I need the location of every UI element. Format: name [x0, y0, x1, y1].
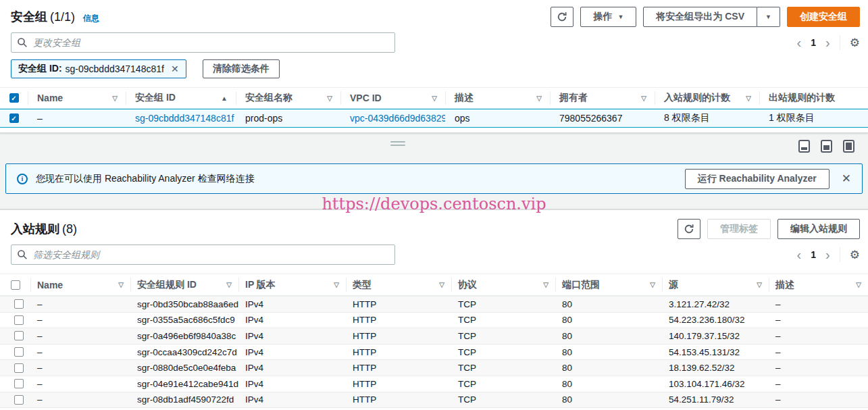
current-page: 1: [811, 249, 816, 260]
create-security-group-button[interactable]: 创建安全组: [787, 7, 860, 27]
remove-filter-icon[interactable]: ✕: [171, 63, 179, 74]
edit-inbound-rules-button[interactable]: 编辑入站规则: [777, 219, 860, 239]
table-row[interactable]: – sgr-08db1adf4590722fd IPv4 HTTP TCP 80…: [0, 392, 868, 408]
inbound-rules-panel: 入站规则 (8) 管理标签 编辑入站规则 ‹ 1 › ⚙ Name▽ 安全组规则: [0, 209, 868, 410]
close-icon[interactable]: ✕: [842, 172, 851, 186]
divider: [840, 247, 840, 262]
panel-heading: 安全组 (1/1) 信息: [11, 9, 99, 25]
column-header-name[interactable]: Name▽: [28, 88, 126, 108]
vpc-id-link[interactable]: vpc-0439d66d9d638293e ...: [350, 113, 445, 124]
checkbox-icon: [14, 347, 24, 357]
sort-icon: ▽: [226, 281, 232, 288]
cell-outbound-count: 1 权限条目: [759, 109, 868, 127]
table-row[interactable]: – sgr-0355a5ac686c5fdc9 IPv4 HTTP TCP 80…: [0, 312, 868, 328]
settings-gear-icon[interactable]: ⚙: [850, 249, 860, 261]
info-icon: i: [17, 174, 28, 184]
cell-rule-id: sgr-08db1adf4590722fd: [130, 392, 238, 408]
column-header-ip-version[interactable]: IP 版本▽: [238, 274, 346, 295]
table-row[interactable]: – sgr-04e91e412cabe941d IPv4 HTTP TCP 80…: [0, 376, 868, 392]
column-header-source[interactable]: 源▽: [662, 274, 769, 295]
layout-bottom-small-icon[interactable]: [798, 140, 810, 153]
sort-icon: ▽: [856, 281, 861, 288]
security-groups-panel: 安全组 (1/1) 信息 操作 ▼ 将安全组导出为 CSV ▼ 创建安全组: [0, 0, 868, 133]
row-checkbox[interactable]: [0, 392, 30, 408]
search-icon: [17, 249, 28, 260]
settings-gear-icon[interactable]: ⚙: [850, 37, 860, 49]
column-header-sg-name[interactable]: 安全组名称▽: [236, 88, 340, 108]
column-header-description[interactable]: 描述▽: [445, 88, 550, 108]
table-row[interactable]: – sgr-0880de5c0e0e4feba IPv4 HTTP TCP 80…: [0, 359, 868, 376]
cell-rule-id: sgr-0a496eb6f9840a38c: [130, 328, 238, 344]
sort-icon: ▽: [112, 95, 118, 102]
inbound-title: 入站规则: [11, 222, 59, 236]
layout-bottom-half-icon[interactable]: [821, 140, 832, 153]
clear-filters-button[interactable]: 清除筛选条件: [203, 59, 280, 78]
previous-page-button[interactable]: ‹: [797, 36, 802, 49]
column-header-name[interactable]: Name▽: [30, 274, 130, 295]
manage-tags-button[interactable]: 管理标签: [707, 219, 771, 239]
sg-search: [11, 32, 395, 53]
page-title: 安全组: [11, 10, 47, 24]
refresh-button[interactable]: [678, 219, 700, 239]
next-page-button[interactable]: ›: [825, 248, 830, 261]
rules-search-input[interactable]: [11, 245, 395, 265]
sort-asc-icon: ▲: [221, 95, 228, 102]
sort-icon: ▽: [746, 95, 751, 102]
security-groups-table: ✓ Name▽ 安全组 ID▲ 安全组名称▽ VPC ID▽ 描述▽ 拥有者▽ …: [0, 87, 868, 128]
refresh-button[interactable]: [551, 7, 573, 27]
row-checkbox[interactable]: [0, 344, 30, 360]
table-row[interactable]: ✓ – sg-09cbddd347148c81f prod-ops vpc-04…: [0, 109, 868, 128]
row-checkbox[interactable]: [0, 328, 30, 344]
filter-chip[interactable]: 安全组 ID: sg-09cbddd347148c81f ✕: [11, 59, 186, 78]
export-csv-button[interactable]: 将安全组导出为 CSV: [643, 7, 757, 27]
run-reachability-analyzer-button[interactable]: 运行 Reachability Analyzer: [685, 169, 829, 189]
table-row[interactable]: – sgr-0ccaa4309cd242c7d IPv4 HTTP TCP 80…: [0, 344, 868, 360]
cell-name: –: [28, 109, 126, 127]
rules-search: [11, 245, 395, 265]
column-header-port-range[interactable]: 端口范围▽: [555, 274, 662, 295]
column-header-protocol[interactable]: 协议▽: [451, 274, 555, 295]
checkbox-icon: [14, 363, 24, 373]
checkbox-checked-icon: ✓: [9, 93, 19, 103]
column-header-owner[interactable]: 拥有者▽: [550, 88, 655, 108]
select-all-checkbox[interactable]: ✓: [0, 88, 28, 108]
column-header-rule-id[interactable]: 安全组规则 ID▽: [130, 274, 238, 295]
row-checkbox[interactable]: [0, 313, 30, 328]
export-csv-dropdown-button[interactable]: ▼: [757, 7, 780, 27]
actions-label: 操作: [593, 11, 612, 23]
info-link[interactable]: 信息: [83, 14, 99, 23]
table-row[interactable]: – sgr-0a496eb6f9840a38c IPv4 HTTP TCP 80…: [0, 328, 868, 344]
row-checkbox[interactable]: [0, 376, 30, 392]
table-row[interactable]: – sgr-0a3facf05676ad068 IPv4 HTTP TCP 80…: [0, 407, 868, 410]
row-checkbox[interactable]: ✓: [0, 109, 28, 127]
select-all-checkbox[interactable]: [0, 274, 30, 295]
actions-dropdown[interactable]: 操作 ▼: [580, 7, 636, 27]
column-header-sg-id[interactable]: 安全组 ID▲: [126, 88, 236, 108]
rules-pagination: ‹ 1 › ⚙: [797, 247, 860, 262]
row-checkbox[interactable]: [0, 360, 30, 376]
sg-search-input[interactable]: [11, 32, 395, 53]
column-header-outbound-count[interactable]: 出站规则的计数: [759, 88, 868, 108]
table-row[interactable]: – sgr-0bd350bcab88aa6ed IPv4 HTTP TCP 80…: [0, 296, 868, 312]
layout-full-icon[interactable]: [843, 140, 854, 153]
table-header-row: ✓ Name▽ 安全组 ID▲ 安全组名称▽ VPC ID▽ 描述▽ 拥有者▽ …: [0, 87, 868, 109]
next-page-button[interactable]: ›: [825, 36, 830, 49]
column-header-vpc-id[interactable]: VPC ID▽: [340, 88, 445, 108]
column-header-type[interactable]: 类型▽: [346, 274, 451, 295]
column-header-inbound-count[interactable]: 入站规则的计数▽: [655, 88, 759, 108]
sort-icon: ▽: [327, 95, 332, 102]
filter-chip-label: 安全组 ID:: [18, 63, 62, 75]
column-header-description[interactable]: 描述▽: [769, 274, 868, 295]
sort-icon: ▽: [641, 95, 646, 102]
sort-icon: ▽: [543, 281, 548, 288]
cell-rule-id: sgr-0bd350bcab88aa6ed: [130, 297, 238, 312]
sort-icon: ▽: [118, 281, 124, 288]
page-title-count: (1/1): [50, 10, 75, 24]
inbound-rules-table: Name▽ 安全组规则 ID▽ IP 版本▽ 类型▽ 协议▽ 端口范围▽ 源▽ …: [0, 274, 868, 410]
previous-page-button[interactable]: ‹: [797, 248, 802, 261]
row-checkbox[interactable]: [0, 297, 30, 312]
cell-rule-id: sgr-0ccaa4309cd242c7d: [130, 344, 238, 360]
panel-resize-handle[interactable]: [390, 141, 405, 148]
sg-id-link[interactable]: sg-09cbddd347148c81f: [135, 113, 234, 124]
chevron-down-icon: ▼: [765, 14, 771, 20]
